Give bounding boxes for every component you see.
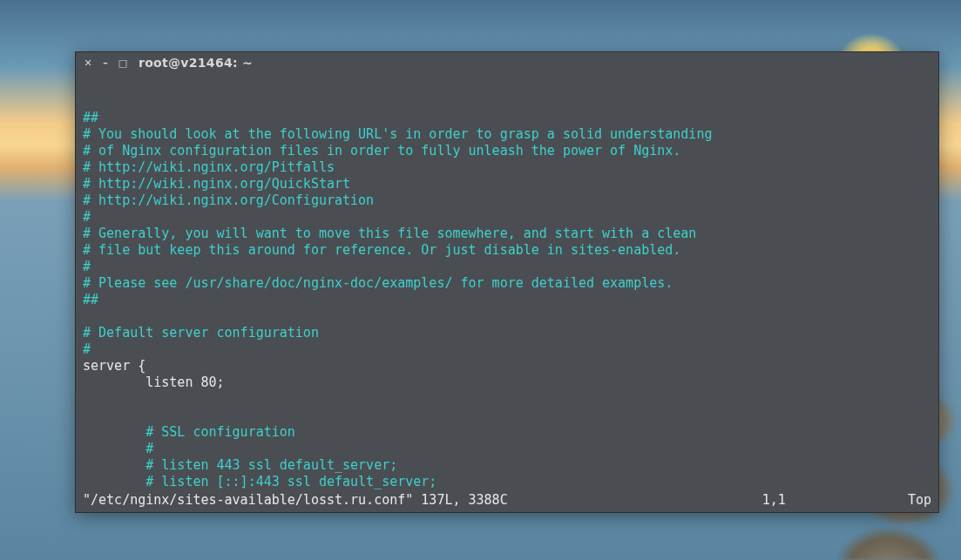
code-comment-line: # Default server configuration (83, 325, 931, 341)
terminal-window: ✕ – □ root@v21464: ~ ### You should look… (75, 51, 939, 513)
code-comment-line: ## (83, 110, 931, 126)
code-comment-line: # listen 443 ssl default_server; (83, 457, 931, 474)
minimize-icon[interactable]: – (98, 56, 112, 70)
window-title: root@v21464: ~ (139, 56, 253, 70)
terminal-body[interactable]: ### You should look at the following URL… (76, 73, 938, 512)
code-comment-line: # listen [::]:443 ssl default_server; (83, 474, 931, 490)
code-comment-line: # SSL configuration (83, 424, 931, 441)
code-comment-line: # of Nginx configuration files in order … (83, 143, 931, 159)
code-comment-line: # http://wiki.nginx.org/Pitfalls (83, 159, 931, 176)
code-comment-line: # Please see /usr/share/doc/nginx-doc/ex… (83, 275, 931, 292)
code-comment-line: # You should look at the following URL's… (83, 126, 931, 143)
code-comment-line: # (83, 209, 931, 226)
code-comment-line: # http://wiki.nginx.org/QuickStart (83, 176, 931, 192)
maximize-icon[interactable]: □ (116, 56, 130, 70)
status-scroll: Top (908, 492, 931, 509)
code-line (83, 408, 931, 424)
code-comment-line: # Generally, you will want to move this … (83, 226, 931, 242)
code-comment-line: ## (83, 292, 931, 308)
code-comment-line: # (83, 341, 931, 358)
status-file: "/etc/nginx/sites-available/losst.ru.con… (83, 492, 508, 509)
code-line (83, 308, 931, 325)
code-comment-line: # (83, 259, 931, 275)
vim-status-line: "/etc/nginx/sites-available/losst.ru.con… (83, 492, 931, 509)
code-comment-line: # (83, 441, 931, 457)
editor-lines: ### You should look at the following URL… (83, 110, 931, 490)
status-cursor-position: 1,1 (762, 492, 908, 509)
code-line: server { (83, 358, 931, 374)
close-icon[interactable]: ✕ (81, 56, 95, 70)
code-comment-line: # file but keep this around for referenc… (83, 242, 931, 259)
code-line (83, 391, 931, 408)
window-titlebar[interactable]: ✕ – □ root@v21464: ~ (76, 52, 938, 73)
code-comment-line: # http://wiki.nginx.org/Configuration (83, 192, 931, 209)
code-line: listen 80; (83, 374, 931, 391)
